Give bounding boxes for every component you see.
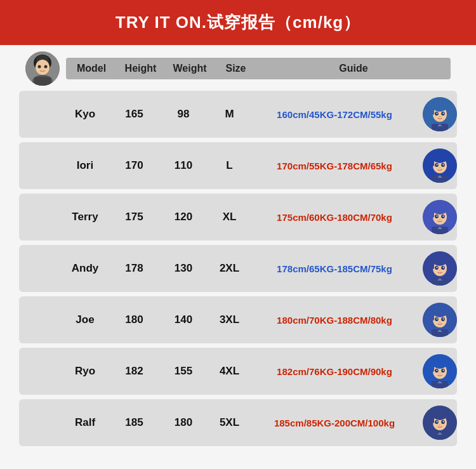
cell-guide: 170cm/55KG-178CM/65kg xyxy=(250,161,419,171)
row-data: Joe 180 140 3XL 180cm/70KG-188CM/80kg xyxy=(60,314,419,326)
row-avatar xyxy=(423,406,457,440)
table-row: Andy 178 130 2XL 178cm/65KG-185CM/75kg xyxy=(19,245,457,292)
row-data: Ryo 182 155 4XL 182cm/76KG-190CM/90kg xyxy=(60,365,419,378)
svg-point-60 xyxy=(443,319,444,320)
cell-weight: 155 xyxy=(158,365,209,378)
cell-weight: 130 xyxy=(158,262,209,275)
row-data: Ralf 185 180 5XL 185cm/85KG-200CM/100kg xyxy=(60,416,419,429)
svg-point-33 xyxy=(432,203,447,215)
svg-point-70 xyxy=(437,370,438,371)
cell-height: 175 xyxy=(110,211,158,223)
svg-point-81 xyxy=(437,421,438,423)
cell-model: Joe xyxy=(60,314,110,326)
row-data: Terry 175 120 XL 175cm/60KG-180CM/70kg xyxy=(60,211,419,223)
row-avatar xyxy=(423,149,457,183)
svg-point-3 xyxy=(36,60,50,75)
cell-height: 170 xyxy=(110,159,158,172)
cell-size: 4XL xyxy=(209,365,250,378)
svg-point-59 xyxy=(437,319,438,320)
svg-rect-7 xyxy=(34,77,51,86)
cell-guide: 160cm/45KG-172CM/55kg xyxy=(250,109,419,120)
svg-point-16 xyxy=(443,113,444,114)
title-bar: TRY IT ON.试穿报告（cm/kg） xyxy=(0,0,476,45)
row-data: Kyo 165 98 M 160cm/45KG-172CM/55kg xyxy=(60,108,419,121)
cell-size: M xyxy=(209,108,250,121)
cell-size: L xyxy=(209,159,250,172)
svg-rect-34 xyxy=(431,209,434,218)
cell-weight: 98 xyxy=(158,108,209,121)
svg-rect-45 xyxy=(431,260,434,269)
svg-point-15 xyxy=(437,113,438,114)
main-content: Model Height Weight Size Guide Kyo 165 9… xyxy=(0,45,476,469)
table-row: Joe 180 140 3XL 180cm/70KG-188CM/80kg xyxy=(19,296,457,343)
svg-point-55 xyxy=(432,306,447,317)
svg-point-11 xyxy=(432,100,447,112)
cell-height: 165 xyxy=(110,108,158,121)
cell-size: XL xyxy=(209,211,250,223)
svg-point-26 xyxy=(437,164,438,166)
header-row: Model Height Weight Size Guide xyxy=(19,51,457,86)
svg-rect-56 xyxy=(431,312,434,320)
svg-rect-12 xyxy=(431,106,434,115)
table-row: Kyo 165 98 M 160cm/45KG-172CM/55kg xyxy=(19,91,457,138)
col-header-weight: Weight xyxy=(164,63,215,74)
svg-point-44 xyxy=(432,254,447,266)
column-headers: Model Height Weight Size Guide xyxy=(66,58,451,79)
cell-weight: 110 xyxy=(158,159,209,172)
cell-height: 182 xyxy=(110,365,158,378)
cell-height: 180 xyxy=(110,314,158,326)
svg-point-5 xyxy=(44,65,48,69)
row-avatar xyxy=(423,200,457,234)
cell-model: Andy xyxy=(60,262,110,275)
table-row: Ralf 185 180 5XL 185cm/85KG-200CM/100kg xyxy=(19,399,457,446)
svg-rect-67 xyxy=(431,363,434,372)
col-header-height: Height xyxy=(117,63,164,74)
svg-point-77 xyxy=(432,409,447,420)
svg-point-71 xyxy=(443,370,444,371)
table-row: Terry 175 120 XL 175cm/60KG-180CM/70kg xyxy=(19,194,457,241)
svg-point-66 xyxy=(432,357,447,369)
cell-weight: 180 xyxy=(158,416,209,429)
svg-point-48 xyxy=(437,267,438,268)
svg-point-22 xyxy=(432,152,447,163)
col-header-size: Size xyxy=(215,63,256,74)
cell-weight: 120 xyxy=(158,211,209,223)
cell-model: Ralf xyxy=(60,416,110,429)
cell-guide: 178cm/65KG-185CM/75kg xyxy=(250,263,419,274)
row-avatar xyxy=(423,354,457,388)
svg-point-4 xyxy=(38,65,41,69)
cell-guide: 185cm/85KG-200CM/100kg xyxy=(250,418,419,428)
cell-weight: 140 xyxy=(158,314,209,326)
cell-guide: 175cm/60KG-180CM/70kg xyxy=(250,212,419,223)
svg-point-82 xyxy=(443,421,444,423)
cell-guide: 180cm/70KG-188CM/80kg xyxy=(250,315,419,326)
row-avatar xyxy=(423,97,457,131)
cell-height: 185 xyxy=(110,416,158,429)
row-data: Andy 178 130 2XL 178cm/65KG-185CM/75kg xyxy=(60,262,419,275)
cell-size: 2XL xyxy=(209,262,250,275)
col-header-model: Model xyxy=(66,63,117,74)
row-data: Iori 170 110 L 170cm/55KG-178CM/65kg xyxy=(60,159,419,172)
svg-point-38 xyxy=(443,216,444,217)
svg-rect-23 xyxy=(431,157,434,166)
row-avatar xyxy=(423,251,457,286)
table-row: Ryo 182 155 4XL 182cm/76KG-190CM/90kg xyxy=(19,348,457,395)
cell-height: 178 xyxy=(110,262,158,275)
cell-model: Terry xyxy=(60,211,110,223)
cell-model: Kyo xyxy=(60,108,110,121)
cell-model: Ryo xyxy=(60,365,110,378)
svg-point-49 xyxy=(443,267,444,268)
cell-size: 3XL xyxy=(209,314,250,326)
cell-guide: 182cm/76KG-190CM/90kg xyxy=(250,366,419,377)
svg-rect-78 xyxy=(431,414,434,423)
cell-size: 5XL xyxy=(209,416,250,429)
table-row: Iori 170 110 L 170cm/55KG-178CM/65kg xyxy=(19,142,457,189)
svg-point-27 xyxy=(443,164,444,166)
header-avatar xyxy=(25,51,60,86)
row-avatar xyxy=(423,303,457,337)
svg-point-37 xyxy=(437,216,438,217)
rows-container: Kyo 165 98 M 160cm/45KG-172CM/55kg Iori xyxy=(19,91,457,446)
col-header-guide: Guide xyxy=(256,63,451,74)
cell-model: Iori xyxy=(60,159,110,172)
page-title: TRY IT ON.试穿报告（cm/kg） xyxy=(116,13,361,32)
